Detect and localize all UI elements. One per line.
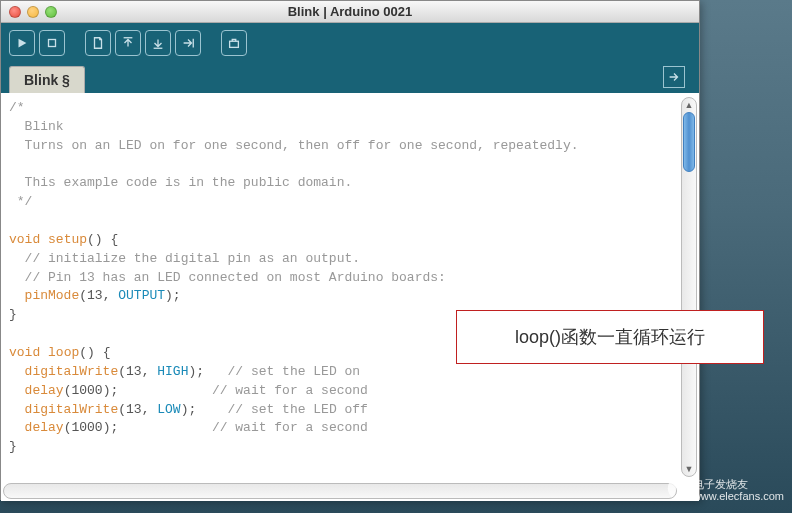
watermark-line2: www.elecfans.com <box>693 490 784 502</box>
fn-delay: delay <box>25 420 64 435</box>
tab-menu-button[interactable] <box>663 66 685 88</box>
scroll-up-arrow[interactable]: ▲ <box>682 98 696 112</box>
keyword-void: void <box>9 345 40 360</box>
toolbar <box>1 23 699 63</box>
watermark-line1: 电子发烧友 <box>693 478 784 490</box>
const-output: OUTPUT <box>118 288 165 303</box>
const-low: LOW <box>157 402 180 417</box>
svg-point-3 <box>675 495 681 501</box>
editor-area: /* Blink Turns on an LED on for one seco… <box>1 93 699 501</box>
upload-button[interactable] <box>175 30 201 56</box>
svg-rect-2 <box>230 41 239 47</box>
comment-line: Blink <box>9 119 64 134</box>
annotation-callout: loop()函数一直循环运行 <box>456 310 764 364</box>
scroll-down-arrow[interactable]: ▼ <box>682 462 696 476</box>
comment-inline: // wait for a second <box>212 383 368 398</box>
serial-monitor-button[interactable] <box>221 30 247 56</box>
save-button[interactable] <box>145 30 171 56</box>
fn-digitalwrite: digitalWrite <box>25 402 119 417</box>
keyword-void: void <box>9 232 40 247</box>
const-high: HIGH <box>157 364 188 379</box>
svg-marker-0 <box>19 39 27 48</box>
verify-button[interactable] <box>9 30 35 56</box>
tab-bar: Blink § <box>1 63 699 93</box>
code-editor[interactable]: /* Blink Turns on an LED on for one seco… <box>1 93 699 501</box>
comment-line: // initialize the digital pin as an outp… <box>9 251 360 266</box>
traffic-lights <box>1 6 57 18</box>
annotation-text: loop()函数一直循环运行 <box>515 325 705 349</box>
stop-button[interactable] <box>39 30 65 56</box>
comment-line <box>9 157 17 172</box>
comment-line: /* <box>9 100 25 115</box>
scroll-thumb[interactable] <box>683 112 695 172</box>
comment-inline: // set the LED on <box>228 364 361 379</box>
comment-line: Turns on an LED on for one second, then … <box>9 138 579 153</box>
comment-inline: // set the LED off <box>227 402 367 417</box>
fn-digitalwrite: digitalWrite <box>25 364 119 379</box>
open-button[interactable] <box>115 30 141 56</box>
zoom-button[interactable] <box>45 6 57 18</box>
fn-pinmode: pinMode <box>25 288 80 303</box>
titlebar: Blink | Arduino 0021 <box>1 1 699 23</box>
comment-line: */ <box>9 194 32 209</box>
fn-delay: delay <box>25 383 64 398</box>
tab-blink[interactable]: Blink § <box>9 66 85 93</box>
comment-line: This example code is in the public domai… <box>9 175 352 190</box>
minimize-button[interactable] <box>27 6 39 18</box>
svg-rect-1 <box>49 40 56 47</box>
arduino-ide-window: Blink | Arduino 0021 Blink § <box>0 0 700 500</box>
horizontal-scrollbar[interactable] <box>3 483 677 499</box>
watermark-text: 电子发烧友 www.elecfans.com <box>693 478 784 502</box>
comment-inline: // wait for a second <box>212 420 368 435</box>
fn-loop: loop <box>48 345 79 360</box>
watermark-logo-icon <box>657 475 687 505</box>
fn-setup: setup <box>48 232 87 247</box>
vertical-scrollbar[interactable]: ▲ ▼ <box>681 97 697 477</box>
window-title: Blink | Arduino 0021 <box>1 4 699 19</box>
new-button[interactable] <box>85 30 111 56</box>
comment-line: // Pin 13 has an LED connected on most A… <box>9 270 446 285</box>
watermark: 电子发烧友 www.elecfans.com <box>657 475 784 505</box>
close-button[interactable] <box>9 6 21 18</box>
